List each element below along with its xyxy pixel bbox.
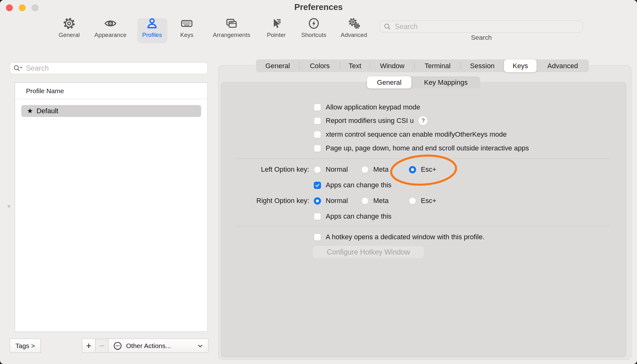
profile-name: Default	[37, 107, 59, 115]
other-actions-label: Other Actions...	[126, 342, 171, 350]
checkbox-unchecked[interactable]	[314, 145, 321, 152]
window-title: Preferences	[0, 3, 637, 12]
right-option-apps-can-change[interactable]: Apps can change this	[314, 212, 391, 220]
profile-tab-bar: General Colors Text Window Terminal Sess…	[256, 59, 589, 72]
toolbar-item-appearance[interactable]: Appearance	[87, 16, 134, 38]
left-option-meta-radio[interactable]: Meta	[361, 165, 389, 174]
checkbox-unchecked[interactable]	[314, 234, 321, 241]
toolbar-search-field[interactable]	[380, 21, 583, 33]
radio-unselected[interactable]	[409, 197, 416, 205]
window-edge-dot	[8, 205, 10, 208]
radio-unselected[interactable]	[361, 197, 369, 205]
checkbox-row-page-scroll[interactable]: Page up, page down, home and end scroll …	[314, 144, 529, 152]
radio-selected[interactable]	[314, 197, 321, 205]
double-gear-icon	[347, 16, 361, 31]
tab-keys[interactable]: Keys	[504, 59, 537, 72]
chevron-down-icon	[197, 342, 204, 349]
checkbox-unchecked[interactable]	[314, 131, 321, 138]
add-profile-button[interactable]: +	[82, 339, 95, 353]
keys-general-content: Allow application keypad mode Report mod…	[221, 82, 626, 357]
toolbar-item-general[interactable]: General	[46, 16, 93, 38]
profile-search-input[interactable]	[25, 64, 205, 73]
ellipsis-circle-icon	[113, 341, 122, 351]
left-option-key-label: Left Option key:	[228, 165, 309, 174]
right-option-normal-radio[interactable]: Normal	[314, 197, 348, 205]
keyboard-icon	[180, 16, 194, 31]
left-option-normal-radio[interactable]: Normal	[314, 165, 348, 174]
toolbar-item-advanced[interactable]: Advanced	[330, 16, 377, 38]
checkbox-row-keypad-mode[interactable]: Allow application keypad mode	[314, 103, 420, 111]
toolbar-label: Shortcuts	[301, 32, 326, 38]
preferences-window: Preferences General Appearance Profiles …	[0, 0, 637, 364]
lightning-icon	[307, 16, 320, 31]
sidebar-bottom-bar: Tags > + − Other Actions...	[10, 339, 208, 353]
right-option-key-label: Right Option key:	[228, 197, 309, 205]
profile-list: Profile Name ★ Default	[15, 83, 208, 332]
tab-window[interactable]: Window	[370, 59, 415, 72]
tab-general[interactable]: General	[256, 59, 299, 72]
checkbox-unchecked[interactable]	[314, 104, 321, 111]
divider	[236, 226, 610, 226]
profile-list-header: Profile Name	[15, 83, 207, 99]
toolbar-label: Pointer	[267, 32, 286, 38]
left-option-apps-can-change[interactable]: Apps can change this	[314, 181, 391, 189]
radio-selected[interactable]	[409, 166, 416, 173]
help-button[interactable]: ?	[418, 116, 428, 125]
radio-unselected[interactable]	[361, 166, 369, 173]
configure-hotkey-window-button[interactable]: Configure Hotkey Window	[313, 245, 424, 259]
checkbox-checked[interactable]	[314, 182, 321, 189]
checkbox-row-modify-other-keys[interactable]: xterm control sequence can enable modify…	[314, 130, 507, 139]
search-scope-icon	[13, 64, 23, 72]
tab-text[interactable]: Text	[340, 59, 370, 72]
toolbar-label: Arrangements	[213, 32, 250, 38]
eye-icon	[103, 16, 118, 31]
tab-colors[interactable]: Colors	[299, 59, 340, 72]
checkbox-row-csi-u[interactable]: Report modifiers using CSI u ?	[314, 116, 428, 125]
left-option-esc-radio[interactable]: Esc+	[409, 165, 436, 174]
tab-terminal[interactable]: Terminal	[415, 59, 461, 72]
person-icon	[145, 16, 159, 31]
right-option-meta-radio[interactable]: Meta	[361, 197, 389, 205]
toolbar-label: Profiles	[142, 32, 162, 38]
toolbar-item-keys[interactable]: Keys	[163, 16, 210, 38]
checkbox-unchecked[interactable]	[314, 213, 321, 220]
toolbar-label: Appearance	[94, 32, 126, 38]
hotkey-checkbox-row[interactable]: A hotkey opens a dedicated window with t…	[314, 233, 485, 241]
toolbar-label: Keys	[180, 32, 193, 38]
right-option-esc-radio[interactable]: Esc+	[409, 197, 436, 205]
toolbar-label: General	[59, 32, 80, 38]
star-icon: ★	[27, 107, 33, 115]
checkbox-unchecked[interactable]	[314, 117, 321, 124]
profile-row-default[interactable]: ★ Default	[21, 105, 201, 117]
toolbar-label: Advanced	[341, 32, 367, 38]
tags-button[interactable]: Tags >	[10, 339, 41, 353]
cursor-icon	[270, 16, 283, 31]
profile-search-field[interactable]	[10, 62, 208, 74]
tab-advanced[interactable]: Advanced	[537, 59, 589, 72]
radio-unselected[interactable]	[314, 166, 321, 173]
tab-session[interactable]: Session	[461, 59, 504, 72]
gear-icon	[63, 16, 76, 31]
toolbar-item-arrangements[interactable]: Arrangements	[208, 16, 255, 38]
other-actions-dropdown[interactable]: Other Actions...	[108, 339, 208, 353]
search-icon	[383, 23, 391, 31]
remove-profile-button[interactable]: −	[95, 339, 109, 353]
windows-icon	[225, 16, 238, 31]
divider	[236, 159, 610, 159]
toolbar-search-caption: Search	[380, 34, 583, 41]
toolbar-search-input[interactable]	[394, 22, 579, 31]
